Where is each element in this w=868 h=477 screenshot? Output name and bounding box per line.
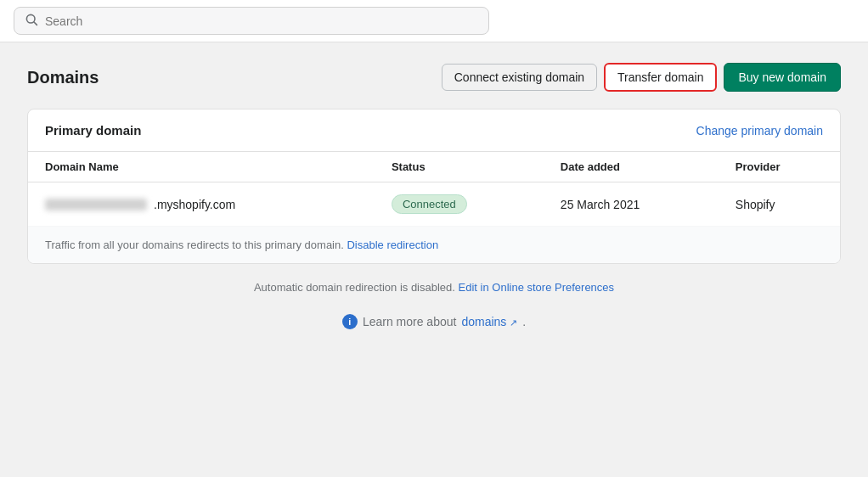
domains-link-text: domains <box>461 315 506 328</box>
table-header-row: Domain Name Status Date added Provider <box>28 152 840 182</box>
status-cell: Connected <box>375 182 544 227</box>
learn-more-prefix: Learn more about <box>363 315 457 328</box>
search-bar <box>14 7 489 35</box>
col-date-added: Date added <box>544 152 719 182</box>
search-bar-area <box>0 0 868 42</box>
date-added-cell: 25 March 2021 <box>544 182 719 227</box>
header-actions: Connect existing domain Transfer domain … <box>442 63 841 92</box>
table-row: .myshopify.com Connected 25 March 2021 S… <box>28 182 840 227</box>
learn-more-section: i Learn more about domains ↗ . <box>27 314 841 329</box>
buy-new-domain-button[interactable]: Buy new domain <box>724 63 841 92</box>
domain-name-cell: .myshopify.com <box>28 182 375 227</box>
transfer-domain-button[interactable]: Transfer domain <box>604 63 717 92</box>
main-content: Domains Connect existing domain Transfer… <box>0 42 868 350</box>
domain-table: Domain Name Status Date added Provider .… <box>28 152 840 227</box>
domain-blur <box>45 199 147 210</box>
info-icon: i <box>342 314 358 329</box>
auto-redirect-info: Automatic domain redirection is disabled… <box>27 281 841 294</box>
change-primary-domain-link[interactable]: Change primary domain <box>696 124 823 137</box>
col-status: Status <box>375 152 544 182</box>
card-header: Primary domain Change primary domain <box>28 109 840 152</box>
page-title: Domains <box>27 68 99 87</box>
search-icon <box>25 13 38 29</box>
search-input[interactable] <box>45 14 478 28</box>
card-footer: Traffic from all your domains redirects … <box>28 227 840 263</box>
col-domain-name: Domain Name <box>28 152 375 182</box>
primary-domain-card: Primary domain Change primary domain Dom… <box>27 109 841 264</box>
col-provider: Provider <box>719 152 840 182</box>
footer-text: Traffic from all your domains redirects … <box>45 238 344 251</box>
disable-redirection-link[interactable]: Disable redirection <box>347 238 438 251</box>
svg-line-1 <box>34 22 37 25</box>
status-badge: Connected <box>392 194 467 214</box>
learn-more-suffix: . <box>522 315 526 328</box>
page-header: Domains Connect existing domain Transfer… <box>27 63 841 92</box>
domains-link[interactable]: domains ↗ <box>461 315 517 328</box>
domain-suffix: .myshopify.com <box>154 198 235 211</box>
external-link-icon: ↗ <box>510 317 517 328</box>
auto-redirect-text: Automatic domain redirection is disabled… <box>254 281 455 294</box>
edit-in-store-preferences-link[interactable]: Edit in Online store Preferences <box>459 281 615 294</box>
connect-existing-domain-button[interactable]: Connect existing domain <box>442 64 597 91</box>
provider-cell: Shopify <box>719 182 840 227</box>
card-title: Primary domain <box>45 123 141 137</box>
